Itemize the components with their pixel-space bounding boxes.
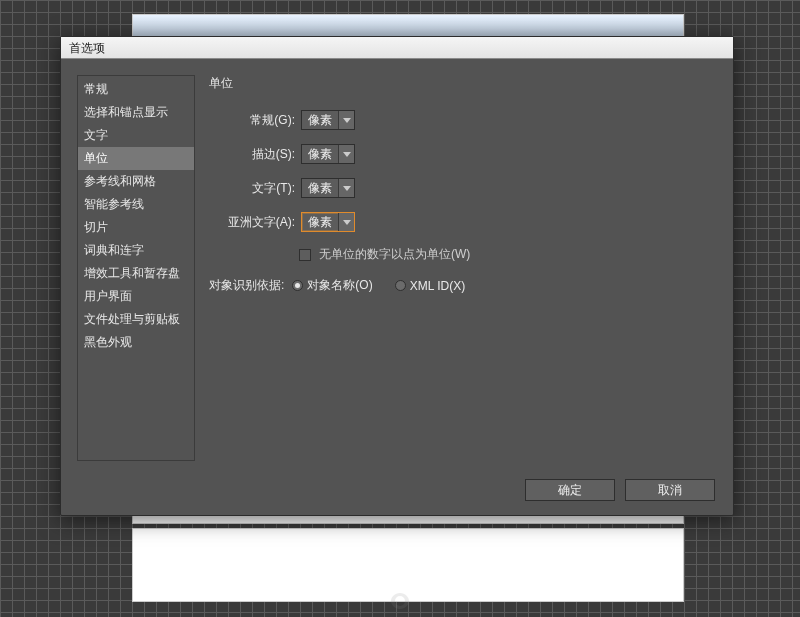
radio-icon <box>292 280 303 291</box>
stroke-units-dropdown[interactable]: 像素 <box>301 144 355 164</box>
points-checkbox-row[interactable]: 无单位的数字以点为单位(W) <box>299 246 715 263</box>
stroke-units-value: 像素 <box>302 146 338 163</box>
type-units-dropdown[interactable]: 像素 <box>301 178 355 198</box>
chevron-down-icon <box>338 145 354 163</box>
points-checkbox[interactable] <box>299 249 311 261</box>
stroke-label: 描边(S): <box>209 146 295 163</box>
sidebar-item[interactable]: 用户界面 <box>78 285 194 308</box>
chevron-down-icon <box>338 111 354 129</box>
asian-type-units-value: 像素 <box>302 214 338 231</box>
category-sidebar: 常规选择和锚点显示文字单位参考线和网格智能参考线切片词典和连字增效工具和暂存盘用… <box>77 75 195 461</box>
general-label: 常规(G): <box>209 112 295 129</box>
ok-button[interactable]: 确定 <box>525 479 615 501</box>
radio-xml-id[interactable]: XML ID(X) <box>395 279 466 293</box>
sidebar-item[interactable]: 文件处理与剪贴板 <box>78 308 194 331</box>
chevron-down-icon <box>338 179 354 197</box>
sidebar-item[interactable]: 常规 <box>78 78 194 101</box>
units-panel: 单位 常规(G): 像素 描边(S): 像素 文字(T): 像素 <box>209 75 715 461</box>
sidebar-item[interactable]: 词典和连字 <box>78 239 194 262</box>
cancel-button[interactable]: 取消 <box>625 479 715 501</box>
asian-type-units-dropdown[interactable]: 像素 <box>301 212 355 232</box>
panel-title: 单位 <box>209 75 715 92</box>
sidebar-item[interactable]: 增效工具和暂存盘 <box>78 262 194 285</box>
radio-object-name[interactable]: 对象名称(O) <box>292 277 372 294</box>
sidebar-item[interactable]: 参考线和网格 <box>78 170 194 193</box>
radio-icon <box>395 280 406 291</box>
general-units-value: 像素 <box>302 112 338 129</box>
sidebar-item[interactable]: 智能参考线 <box>78 193 194 216</box>
object-id-label: 对象识别依据: <box>209 277 284 294</box>
points-checkbox-label: 无单位的数字以点为单位(W) <box>319 246 470 263</box>
sidebar-item[interactable]: 单位 <box>78 147 194 170</box>
sidebar-item[interactable]: 切片 <box>78 216 194 239</box>
radio-xml-id-label: XML ID(X) <box>410 279 466 293</box>
asian-type-label: 亚洲文字(A): <box>209 214 295 231</box>
sidebar-item[interactable]: 文字 <box>78 124 194 147</box>
app-mark-icon <box>388 591 412 611</box>
type-units-value: 像素 <box>302 180 338 197</box>
sidebar-item[interactable]: 选择和锚点显示 <box>78 101 194 124</box>
type-label: 文字(T): <box>209 180 295 197</box>
sidebar-item[interactable]: 黑色外观 <box>78 331 194 354</box>
chevron-down-icon <box>338 213 354 231</box>
dialog-title: 首选项 <box>61 37 733 59</box>
radio-object-name-label: 对象名称(O) <box>307 277 372 294</box>
general-units-dropdown[interactable]: 像素 <box>301 110 355 130</box>
preferences-dialog: 首选项 常规选择和锚点显示文字单位参考线和网格智能参考线切片词典和连字增效工具和… <box>60 36 734 516</box>
